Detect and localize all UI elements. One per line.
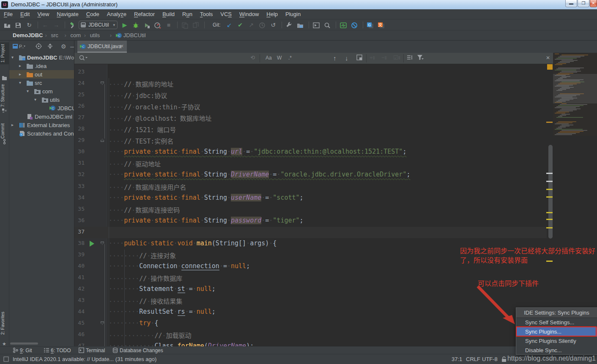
toolwindow-git[interactable]: 9: Git [13,348,32,354]
menu-help[interactable]: Help [263,9,282,17]
line-number[interactable]: 24 [74,80,85,86]
caret-position[interactable]: 37:1 [452,356,462,362]
line-number[interactable]: 39 [74,251,85,258]
tree-item-out[interactable]: ▸out [9,70,74,79]
lock-icon[interactable] [501,356,507,362]
toolbar-translate-orange-button[interactable]: 文 [378,21,385,29]
project-hscrollbar[interactable] [10,342,38,345]
menu-plugin[interactable]: Plugin [282,9,304,17]
tab-close-icon[interactable]: ✕ [120,43,124,49]
line-number[interactable]: 41 [74,274,85,280]
line-number[interactable]: 29 [74,137,85,143]
toolbar-diff-button[interactable] [181,21,189,29]
chevron-down-icon[interactable]: ▾ [11,55,14,60]
collapse-all-button[interactable] [47,43,53,51]
toolbar-stop-button[interactable]: ■ [165,21,173,29]
status-message[interactable]: IntelliJ IDEA 2020.1 available: // Updat… [13,356,156,362]
line-number[interactable]: 35 [74,206,85,212]
stripe-commit[interactable]: Commit [0,122,9,140]
line-number[interactable]: 45 [74,320,85,326]
encoding[interactable]: UTF-8 [482,356,498,362]
fold-marker-icon[interactable] [101,242,104,245]
menu-run[interactable]: Run [178,9,196,17]
breadcrumb-src[interactable]: src [51,32,58,38]
toolbar-run-button[interactable]: ▶ [121,21,129,29]
window-icon[interactable] [3,356,9,362]
project-view-combo[interactable]: P.. [13,43,25,51]
close-button[interactable]: ✕ [590,0,597,7]
toolbar-sync-button[interactable]: ↻ [25,21,33,29]
toolbar-save-all-button[interactable] [14,21,22,29]
next-occurrence-icon[interactable]: ↓ [345,54,348,62]
locate-button[interactable] [36,43,42,51]
search-op-regex[interactable]: .* [288,54,292,61]
line-number[interactable]: 44 [74,308,85,315]
line-number[interactable]: 27 [74,114,85,120]
toolbar-dupl-button[interactable] [192,21,200,29]
tab-jdbcutil[interactable]: C JDBCUtil.java ✕ [77,41,127,53]
menu-navigate[interactable]: Navigate [53,9,82,17]
toolbar-translate-blue-button[interactable]: G [367,21,374,29]
toolbar-monitor-button[interactable] [340,21,347,29]
editor-scrollbar[interactable] [548,145,553,239]
toolwindow-databasechanges[interactable]: Database Changes [112,348,163,354]
prev-occurrence-icon[interactable]: ↑ [333,54,337,62]
line-number[interactable]: 46 [74,331,85,337]
fold-marker-icon[interactable] [101,81,104,85]
tree-item-src[interactable]: ▾src [9,79,74,87]
chevron-down-icon[interactable]: ▾ [34,97,36,102]
popup-item-sync-plugins-silently[interactable]: Sync Plugins Silently [516,337,597,346]
toolbar-open-project-button[interactable] [3,21,11,29]
run-config-combo[interactable]: JDBCUtil▾ [79,21,118,29]
toolwindow-terminal[interactable]: Terminal [79,348,105,354]
line-number[interactable]: 31 [74,160,85,166]
line-number[interactable]: 36 [74,217,85,223]
menu-view[interactable]: View [33,9,53,17]
menu-refactor[interactable]: Refactor [130,9,159,17]
add-selection-icon[interactable]: +Ⅱ [370,54,375,61]
line-number[interactable]: 30 [74,148,85,155]
toolbar-search-everywhere-button[interactable] [323,21,331,29]
toolbar-git-commit-button[interactable]: ✔ [236,21,244,29]
tree-item-com[interactable]: ▾com [9,87,74,95]
toolbar-git-push-button[interactable]: ↗ [247,21,255,29]
hide-button[interactable]: — [70,43,74,50]
line-ending[interactable]: CRLF [466,356,480,362]
menu-build[interactable]: Build [159,9,178,17]
breadcrumb-jdbcutil[interactable]: JDBCUtil [123,32,146,38]
toolbar-git-rollback-button[interactable]: ↺ [269,21,277,29]
run-gutter-icon[interactable] [90,241,94,247]
search-op-words[interactable]: W [277,54,282,61]
line-number[interactable]: 43 [74,297,85,303]
stripe-project[interactable]: 1: Project [0,42,9,64]
toolbar-run-coverage-button[interactable] [143,21,151,29]
filter-icon[interactable] [417,54,424,62]
toolbar-wrench-button[interactable] [285,21,293,29]
toolwindow-todo[interactable]: 6: TODO [44,348,71,354]
line-number[interactable]: 32 [74,171,85,177]
line-number[interactable]: 25 [74,91,85,98]
menu-edit[interactable]: Edit [16,9,33,17]
tree-item-demojdbc[interactable]: ▾DemoJDBC E:\Wor [9,53,74,62]
line-number[interactable]: 42 [74,285,85,292]
toolbar-forward-button[interactable]: → [52,21,60,29]
remove-selection-icon[interactable]: −Ⅱ [381,54,387,61]
toolbar-terminal-run-button[interactable] [312,21,320,29]
tree-item-utils[interactable]: ▾utils [9,95,74,104]
select-all-occurrences-icon[interactable] [356,54,362,62]
search-op-case[interactable]: Aa [266,54,272,61]
search-close-icon[interactable]: ✕ [546,54,550,61]
toolbar-git-history-button[interactable] [258,21,266,29]
popup-item-disable-sync---[interactable]: Disable Sync... [516,346,597,355]
toolbar-git-update-button[interactable]: ↙ [225,21,233,29]
tree-item-externallibraries[interactable]: ▸External Libraries [9,121,74,129]
line-number[interactable]: 34 [74,194,85,201]
toolbar-project-structure-button[interactable] [296,21,304,29]
tree-item-jdbcutil[interactable]: CJDBCUtil [9,104,74,112]
multiline-icon[interactable] [407,54,414,62]
toolbar-block-button[interactable] [351,21,358,29]
chevron-down-icon[interactable]: ▾ [27,89,29,93]
line-number[interactable]: 26 [74,103,85,109]
menu-tools[interactable]: Tools [196,9,216,17]
line-number[interactable]: 38 [74,240,85,246]
